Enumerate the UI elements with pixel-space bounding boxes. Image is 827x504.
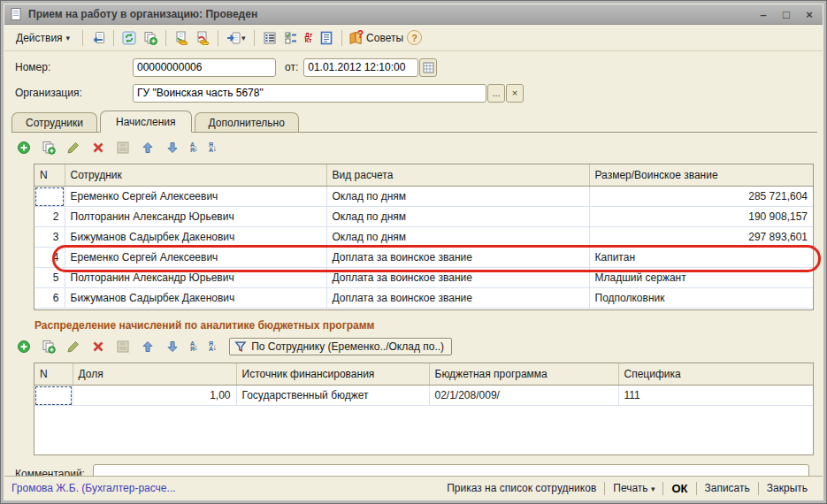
calendar-button[interactable] [419, 58, 437, 77]
cell[interactable]: Оклад по дням [326, 227, 589, 248]
add-row-icon[interactable] [15, 338, 33, 355]
column-header[interactable]: Специфика [618, 363, 813, 386]
help-icon[interactable]: ? [407, 30, 422, 45]
edit-row-icon[interactable] [65, 139, 82, 157]
table-row[interactable]: 6Бижуманов Садырбек ДакеновичДоплата за … [34, 288, 813, 309]
distribution-table[interactable]: NДоляИсточник финансированияБюджетная пр… [34, 363, 813, 406]
cell[interactable]: Полторанин Александр Юрьевич [65, 268, 326, 288]
cell[interactable]: Подполковник [589, 288, 813, 309]
cell[interactable]: 190 908,157 [589, 207, 813, 227]
cell[interactable]: 2 [34, 207, 65, 227]
minimize-button[interactable]: – [754, 7, 772, 21]
cell[interactable]: 6 [34, 288, 65, 309]
cell[interactable]: Еременко Сергей Алексеевич [65, 248, 326, 268]
cell[interactable]: Доплата за воинское звание [326, 268, 589, 288]
move-up-icon[interactable] [139, 338, 157, 355]
cell[interactable]: 02/1/208/009/ [429, 386, 618, 406]
cell[interactable]: 3 [34, 227, 65, 248]
edit-row-icon[interactable] [65, 338, 82, 355]
tab-employees[interactable]: Сотрудники [11, 112, 97, 132]
ok-button[interactable]: ОК [663, 480, 695, 497]
title-bar: Прием на работу в организацию: Проведен … [4, 4, 823, 25]
separator [82, 30, 83, 46]
table-row[interactable]: 4Еременко Сергей АлексеевичДоплата за во… [34, 248, 813, 268]
cell[interactable]: Доплата за воинское звание [326, 248, 589, 268]
column-header[interactable]: Сотрудник [65, 164, 326, 187]
column-header[interactable]: N [34, 164, 65, 187]
cell[interactable]: Доплата за воинское звание [326, 288, 589, 309]
separator [113, 30, 114, 46]
filter-by-employee-button[interactable]: По Сотруднику (Еременко../Оклад по..) [229, 338, 452, 355]
column-header[interactable]: Размер/Воинское звание [589, 164, 813, 187]
copy-document-icon[interactable] [142, 29, 159, 47]
dt-kt-icon[interactable]: ДтКт [303, 31, 314, 45]
close-form-button[interactable]: Закрыть [759, 480, 816, 496]
move-up-icon[interactable] [139, 139, 157, 157]
cell[interactable]: Капитан [589, 248, 813, 268]
cell[interactable]: 1 [34, 187, 65, 207]
organization-input[interactable] [133, 84, 486, 103]
cell[interactable]: Бижуманов Садырбек Дакенович [65, 227, 326, 248]
cell[interactable]: Еременко Сергей Алексеевич [65, 187, 326, 207]
cell[interactable]: Полторанин Александр Юрьевич [65, 207, 326, 227]
close-button[interactable]: × [800, 7, 818, 21]
accruals-table[interactable]: NСотрудникВид расчетаРазмер/Воинское зва… [34, 164, 813, 309]
tab-accruals[interactable]: Начисления [100, 111, 192, 133]
document-list-icon[interactable] [261, 29, 279, 47]
post-document-icon[interactable] [172, 29, 190, 47]
cell[interactable]: Бижуманов Садырбек Дакенович [65, 288, 326, 309]
column-header[interactable]: Бюджетная программа [429, 363, 618, 386]
tab-additional[interactable]: Дополнительно [195, 112, 299, 132]
cell[interactable]: 297 893,601 [589, 227, 813, 248]
add-row-icon[interactable] [15, 139, 33, 157]
create-based-on-icon[interactable]: ▾ [225, 29, 248, 47]
posting-check-icon[interactable] [282, 29, 300, 47]
column-header[interactable]: Доля [73, 363, 236, 386]
column-header[interactable]: N [34, 363, 73, 386]
separator [165, 30, 166, 46]
cell[interactable]: Младший сержант [589, 268, 813, 288]
move-down-icon[interactable] [164, 338, 181, 355]
column-header[interactable]: Источник финансирования [236, 363, 429, 386]
actions-menu-button[interactable]: Действия ▾ [10, 28, 76, 48]
cell[interactable]: 4 [34, 248, 65, 268]
cell[interactable]: Государственный бюджет [236, 386, 429, 406]
refresh-icon[interactable] [120, 29, 138, 47]
choose-button[interactable]: ... [487, 84, 505, 103]
sort-descending-icon[interactable]: ЯА↓ [207, 141, 218, 155]
cell[interactable]: Оклад по дням [326, 187, 589, 207]
separator [218, 30, 218, 46]
column-header[interactable]: Вид расчета [326, 164, 589, 187]
cell[interactable]: 1,00 [73, 386, 236, 406]
sort-descending-icon[interactable]: ЯА↓ [207, 340, 218, 354]
unpost-document-icon[interactable] [194, 29, 211, 47]
delete-row-icon[interactable] [89, 338, 107, 355]
save-button[interactable]: Записать [697, 480, 758, 496]
table-row[interactable]: 5Полторанин Александр ЮрьевичДоплата за … [34, 268, 813, 288]
delete-row-icon[interactable] [89, 139, 107, 157]
print-button[interactable]: Печать ▾ [605, 480, 662, 496]
cell[interactable]: 5 [34, 268, 65, 288]
table-row[interactable]: 11,00Государственный бюджет02/1/208/009/… [34, 386, 813, 406]
report-icon[interactable] [318, 29, 335, 47]
table-row[interactable]: 3Бижуманов Садырбек ДакеновичОклад по дн… [34, 227, 813, 248]
move-down-icon[interactable] [164, 139, 181, 157]
date-input[interactable] [303, 58, 418, 77]
table-row[interactable]: 2Полторанин Александр ЮрьевичОклад по дн… [34, 207, 813, 227]
clear-button[interactable]: × [506, 84, 524, 103]
employee-list-order-button[interactable]: Приказ на список сотрудников [439, 480, 604, 496]
cell[interactable]: 111 [618, 386, 813, 406]
cell[interactable]: 1 [34, 386, 73, 406]
cell[interactable]: 285 721,604 [589, 187, 813, 207]
copy-row-icon[interactable] [40, 338, 57, 355]
number-input[interactable] [133, 58, 276, 77]
copy-row-icon[interactable] [40, 139, 57, 157]
sort-ascending-icon[interactable]: АЯ↓ [188, 141, 200, 155]
sort-ascending-icon[interactable]: АЯ↓ [188, 340, 200, 354]
write-document-icon[interactable] [89, 29, 107, 47]
cell[interactable]: Оклад по дням [326, 207, 589, 227]
maximize-button[interactable]: □ [777, 7, 795, 21]
arrow: ↓ [212, 143, 217, 153]
tips-button[interactable]: ? Советы [348, 31, 403, 45]
table-row[interactable]: 1Еременко Сергей АлексеевичОклад по дням… [34, 187, 813, 207]
